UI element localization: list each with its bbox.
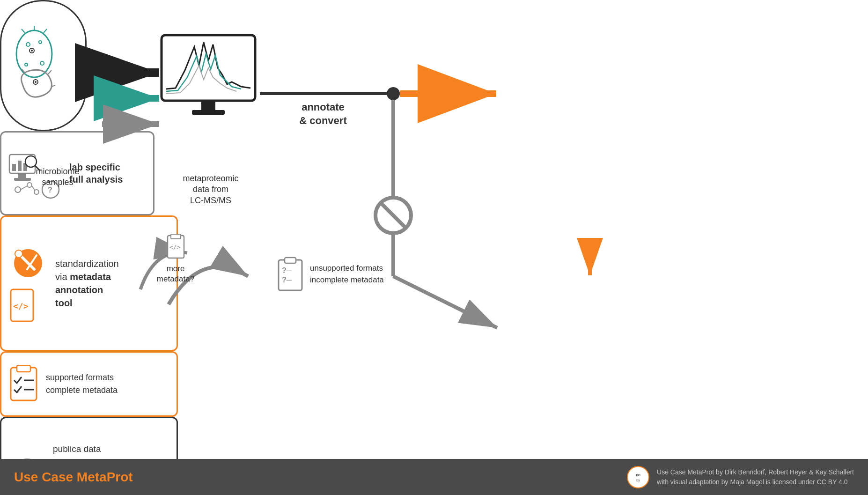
footer: Use Case MetaProt cc by Use Case MetaPro… xyxy=(0,459,868,495)
credit-line2: with visual adaptation by Maja Magel is … xyxy=(657,478,848,486)
svg-text:</>: </> xyxy=(13,301,29,311)
more-metadata-label: </> moremetadata? xyxy=(133,234,218,284)
cc-by-icon: cc by xyxy=(626,465,650,489)
annotation-tool-icon xyxy=(8,244,48,283)
microbiome-text: microbiomesamples xyxy=(36,167,79,187)
svg-point-49 xyxy=(25,156,37,167)
footer-cc-section: cc by Use Case MetaProt by Dirk Benndorf… xyxy=(626,465,854,489)
formats-box: supported formatscomplete metadata xyxy=(0,351,178,417)
svg-line-16 xyxy=(393,276,497,328)
annotate-text: annotate& convert xyxy=(299,101,346,126)
microbiome-label: microbiomesamples xyxy=(8,166,107,188)
formats-label: supported formatscomplete metadata xyxy=(46,373,118,395)
monitor-icon xyxy=(159,33,257,126)
more-metadata-text: moremetadata? xyxy=(157,264,194,284)
svg-text:cc: cc xyxy=(636,472,640,477)
svg-point-22 xyxy=(25,63,28,66)
svg-text:?─: ?─ xyxy=(282,276,292,284)
svg-rect-65 xyxy=(17,365,30,372)
formats-text: supported formatscomplete metadata xyxy=(46,371,118,397)
microbiome-icon xyxy=(8,19,79,112)
lcms-label: metaproteomicdata fromLC-MS/MS xyxy=(164,173,257,206)
svg-rect-34 xyxy=(201,101,215,110)
svg-point-60 xyxy=(15,250,22,258)
svg-point-19 xyxy=(26,43,30,46)
svg-point-13 xyxy=(375,198,411,233)
svg-point-27 xyxy=(31,50,33,52)
annotate-convert-label: annotate& convert xyxy=(276,101,370,127)
svg-point-20 xyxy=(39,41,42,44)
svg-point-21 xyxy=(40,61,44,65)
unsupported-text: unsupported formatsincomplete metadata xyxy=(310,262,384,286)
svg-text:?─: ?─ xyxy=(282,266,292,274)
svg-line-24 xyxy=(22,29,25,33)
footer-credit: Use Case MetaProt by Dirk Benndorf, Robe… xyxy=(657,467,854,487)
microbiome-box xyxy=(0,0,87,131)
svg-point-10 xyxy=(387,87,400,100)
svg-rect-36 xyxy=(279,260,302,290)
main-area: microbiomesamples metaproteomicdata from… xyxy=(0,0,868,459)
lcms-text: metaproteomicdata fromLC-MS/MS xyxy=(183,174,238,205)
monitor-area xyxy=(159,33,257,155)
code-doc-icon: </> xyxy=(8,288,39,323)
unsupported-clipboard-icon: ?─ ?─ xyxy=(276,255,304,293)
unsupported-area: ?─ ?─ unsupported formatsincomplete meta… xyxy=(276,255,384,293)
svg-rect-64 xyxy=(11,368,37,400)
svg-text:</>: </> xyxy=(169,244,181,251)
credit-line1: Use Case MetaProt by Dirk Benndorf, Robe… xyxy=(657,468,854,476)
svg-line-31 xyxy=(48,70,51,74)
annotation-tool-text: standardizationvia metadataannotationtoo… xyxy=(55,257,119,310)
checklist-icon xyxy=(8,365,39,403)
svg-point-29 xyxy=(35,81,37,83)
svg-line-14 xyxy=(381,203,406,228)
svg-line-25 xyxy=(44,29,47,33)
svg-rect-41 xyxy=(171,234,181,239)
svg-point-78 xyxy=(628,467,648,488)
svg-text:by: by xyxy=(636,479,640,482)
svg-rect-37 xyxy=(285,258,296,263)
footer-title: Use Case MetaProt xyxy=(14,470,133,485)
metadata-doc-icon: </> xyxy=(165,234,186,260)
svg-rect-35 xyxy=(192,110,225,115)
